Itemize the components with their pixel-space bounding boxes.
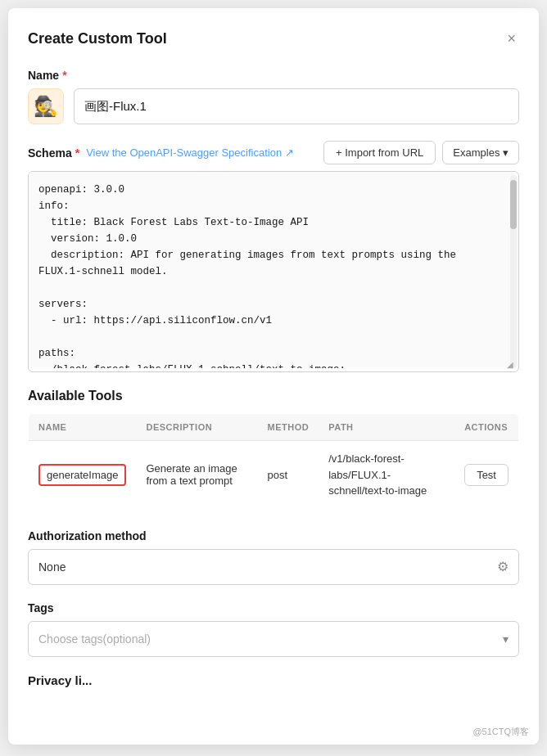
auth-label: Authorization method	[28, 529, 519, 542]
col-path: PATH	[319, 414, 454, 441]
create-custom-tool-modal: Create Custom Tool × Name * 🕵️ Schema * …	[8, 8, 539, 745]
schema-label: Schema *	[28, 146, 79, 160]
schema-editor-wrapper: ◢	[28, 171, 519, 372]
available-tools-title: Available Tools	[28, 389, 519, 403]
chevron-down-icon: ▾	[503, 632, 509, 646]
modal-title: Create Custom Tool	[28, 30, 167, 47]
tool-path: /v1/black-forest-labs/FLUX.1-schnell/tex…	[319, 441, 454, 510]
schema-header: Schema * View the OpenAPI-Swagger Specif…	[28, 141, 519, 164]
auth-section: Authorization method None ⚙	[28, 529, 519, 585]
scrollbar-track	[510, 175, 517, 368]
scrollbar-thumb[interactable]	[510, 180, 517, 229]
tags-label: Tags	[28, 601, 519, 614]
examples-button[interactable]: Examples ▾	[442, 141, 519, 164]
auth-select-wrapper[interactable]: None ⚙	[28, 549, 519, 585]
schema-actions: + Import from URL Examples ▾	[323, 141, 519, 164]
tags-select-wrapper[interactable]: Choose tags(optional) ▾	[28, 621, 519, 657]
test-button[interactable]: Test	[464, 464, 509, 486]
schema-spec-link[interactable]: View the OpenAPI-Swagger Specification ↗	[86, 146, 294, 159]
col-name: NAME	[29, 414, 137, 441]
tools-table: NAME DESCRIPTION METHOD PATH ACTIONS gen…	[28, 413, 519, 510]
col-description: DESCRIPTION	[136, 414, 257, 441]
col-actions: ACTIONS	[454, 414, 518, 441]
tags-placeholder: Choose tags(optional)	[38, 632, 503, 646]
table-header-row: NAME DESCRIPTION METHOD PATH ACTIONS	[29, 414, 519, 441]
col-method: METHOD	[258, 414, 319, 441]
table-row: generateImageGenerate an image from a te…	[29, 441, 519, 510]
privacy-section-title: Privacy li...	[28, 673, 519, 687]
name-row: 🕵️	[28, 88, 519, 124]
tags-section: Tags Choose tags(optional) ▾	[28, 601, 519, 657]
close-button[interactable]: ×	[504, 28, 519, 49]
tool-description: Generate an image from a text prompt	[136, 441, 257, 510]
tool-name: generateImage	[38, 464, 126, 486]
import-from-url-button[interactable]: + Import from URL	[323, 141, 436, 164]
watermark: @51CTQ博客	[472, 726, 529, 738]
tool-method: post	[258, 441, 319, 510]
auth-value: None	[38, 560, 497, 574]
tool-actions: Test	[454, 441, 518, 510]
schema-editor[interactable]	[29, 172, 518, 368]
tool-name-cell: generateImage	[29, 441, 137, 510]
schema-label-group: Schema * View the OpenAPI-Swagger Specif…	[28, 146, 294, 160]
name-label: Name *	[28, 69, 519, 82]
name-input[interactable]	[74, 88, 519, 124]
tool-icon[interactable]: 🕵️	[28, 88, 64, 124]
modal-header: Create Custom Tool ×	[28, 28, 519, 49]
resize-handle[interactable]: ◢	[507, 360, 517, 370]
gear-icon: ⚙	[497, 559, 509, 574]
